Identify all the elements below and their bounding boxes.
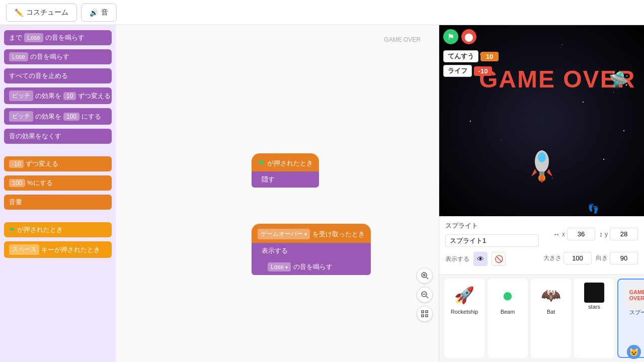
block2-dropdown[interactable]: Lose (9, 52, 28, 61)
receive-suffix: を受け取ったとき (312, 230, 365, 239)
hat-block-flag[interactable]: ⚑ が押されたとき (252, 153, 319, 171)
body-block-playsound[interactable]: Lose の音を鳴らす (252, 259, 371, 275)
block5-mid: の効果を (35, 112, 61, 121)
star (623, 130, 624, 131)
svg-rect-7 (422, 311, 424, 313)
block9-label: 音量 (9, 198, 22, 207)
y-label: y (605, 231, 608, 238)
block4-val[interactable]: 10 (63, 92, 76, 100)
size-prop: 大きさ (543, 252, 592, 264)
block-volume-change[interactable]: -10 ずつ変える (4, 156, 112, 171)
stage-controls: ⚑ ⬤ (443, 29, 476, 44)
sprite-card-rocketship[interactable]: 🚀 Rocketship (444, 279, 485, 358)
size-input[interactable] (564, 252, 592, 264)
body-block-show[interactable]: 表示する (252, 243, 371, 259)
size-label: 大きさ (543, 254, 561, 262)
svg-line-1 (426, 277, 428, 279)
y-axis-icon: ↕ (599, 230, 603, 238)
hat-block-receive[interactable]: ゲームオーバー を受け取ったとき (252, 224, 371, 243)
zoom-out-button[interactable] (417, 287, 433, 303)
main-content: まで Lose の音を鳴らす Lose の音を鳴らす すべての音を止める ピッチ… (0, 25, 644, 362)
direction-input[interactable] (610, 252, 638, 264)
sound-tab[interactable]: 🔊 音 (81, 4, 117, 22)
sprite-name-input[interactable] (445, 234, 539, 247)
show-button[interactable]: 👁 (473, 252, 488, 266)
hide-button[interactable]: 🚫 (492, 252, 506, 266)
hud-score: てんすう 10 (443, 50, 499, 62)
pitch2-dropdown[interactable]: ピッチ (9, 111, 33, 122)
rocket-sprite (529, 146, 554, 186)
svg-rect-15 (539, 171, 544, 175)
hud: てんすう 10 ライフ -10 (443, 50, 499, 77)
green-flag-button[interactable]: ⚑ (443, 29, 458, 44)
block-volume-value[interactable]: 音量 (4, 195, 112, 210)
rocketship-icon: 🚀 (452, 283, 477, 308)
block-label: まで (9, 33, 22, 42)
block-volume-set[interactable]: 100 %にする (4, 175, 112, 191)
show-label: 表示する (262, 246, 288, 255)
add-sprite-button[interactable]: 😺 (627, 345, 641, 359)
block-pitch-change[interactable]: ピッチ の効果を 10 ずつ変える (4, 87, 112, 104)
fit-button[interactable] (417, 306, 433, 322)
sprite-card-stars[interactable]: stars (574, 279, 614, 358)
spoo-icon: GAMEOVER (625, 283, 644, 308)
show-hide-section: 表示する 👁 🚫 (445, 252, 506, 266)
direction-label: 向き (596, 254, 608, 262)
zoom-in-button[interactable] (417, 267, 433, 284)
y-prop: ↕ y (599, 228, 638, 240)
beam-icon: ● (495, 283, 520, 308)
gameover-dropdown[interactable]: ゲームオーバー (258, 229, 310, 239)
star (501, 140, 501, 140)
y-input[interactable] (610, 228, 638, 240)
block-play-until[interactable]: まで Lose の音を鳴らす (4, 30, 112, 45)
block2-suffix: の音を鳴らす (30, 52, 69, 61)
sprite-card-bat[interactable]: 🦇 Bat (531, 279, 571, 358)
block-flag-pressed[interactable]: ⚑ が押されたとき (4, 222, 112, 237)
block4-suffix: ずつ変える (78, 92, 111, 101)
x-axis-icon: ↔ (553, 230, 560, 238)
block-pitch-set[interactable]: ピッチ の効果を 100 にする (4, 108, 112, 125)
sprite-properties: スプライト ↔ x ↕ y 表示する 👁 🚫 (439, 216, 644, 275)
block8-suffix: %にする (27, 178, 53, 188)
key-dropdown[interactable]: スペース (9, 244, 39, 255)
block7-val[interactable]: -10 (9, 160, 24, 168)
body-block-hide[interactable]: 隠す (252, 171, 319, 188)
stop-button[interactable]: ⬤ (461, 29, 476, 44)
block-clear-effects[interactable]: 音の効果をなくす (4, 129, 112, 144)
props-row-1: スプライト ↔ x ↕ y (445, 221, 638, 247)
lose-dropdown[interactable]: Lose (268, 262, 291, 272)
canvas-controls (417, 267, 433, 322)
top-toolbar: ✏️ コスチューム 🔊 音 (0, 0, 644, 25)
block5-val[interactable]: 100 (63, 113, 79, 121)
star (603, 159, 604, 160)
right-panel: ⚑ ⬤ てんすう 10 ライフ -10 GAME OVER 🛸 (439, 25, 644, 362)
code-canvas[interactable]: GAME OVER ⚑ が押されたとき 隠す ゲームオーバー を受け取ったとき … (116, 25, 439, 362)
x-prop: ↔ x (553, 228, 595, 240)
sprite-props-title: スプライト (445, 221, 549, 230)
sound-tab-label: 音 (101, 8, 108, 17)
bat-label: Bat (547, 309, 555, 315)
costume-tab[interactable]: ✏️ コスチューム (6, 4, 77, 22)
pencil-icon: ✏️ (15, 9, 23, 17)
block10-label: が押されたとき (17, 225, 63, 234)
alien-sprite: 🛸 (609, 70, 629, 89)
svg-point-18 (540, 175, 544, 183)
sprite-card-beam[interactable]: ● Beam (488, 279, 528, 358)
block-key-pressed[interactable]: スペース キーが押されたとき (4, 241, 112, 258)
direction-prop: 向き (596, 252, 638, 264)
x-label: x (562, 231, 565, 238)
block-stop-sounds[interactable]: すべての音を止める (4, 68, 112, 83)
block6-label: 音の効果をなくす (9, 132, 61, 141)
x-input[interactable] (567, 228, 595, 240)
star (562, 44, 562, 45)
block1-dropdown[interactable]: Lose (24, 33, 43, 42)
speaker-icon: 🔊 (90, 9, 98, 17)
block11-suffix: キーが押されたとき (41, 245, 100, 254)
svg-rect-10 (426, 315, 428, 317)
life-value: -10 (474, 66, 492, 76)
block7-suffix: ずつ変える (26, 159, 58, 168)
pitch-dropdown[interactable]: ピッチ (9, 90, 33, 101)
block8-val[interactable]: 100 (9, 179, 25, 187)
block-play-sound[interactable]: Lose の音を鳴らす (4, 49, 112, 64)
star (470, 121, 471, 122)
